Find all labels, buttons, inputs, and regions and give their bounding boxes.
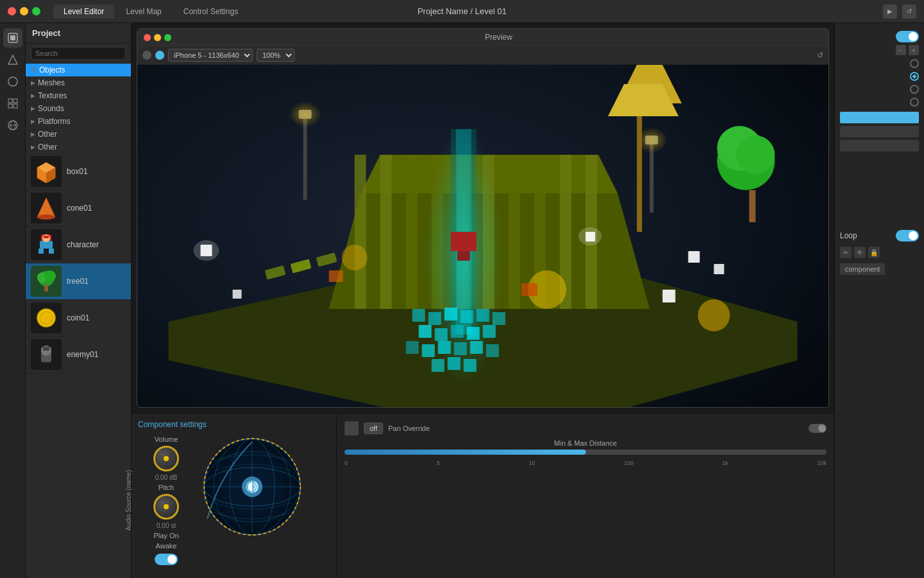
tree-item-platforms[interactable]: ▶ Platforms xyxy=(26,115,131,128)
tick-100: 100 xyxy=(624,460,633,466)
svg-rect-4 xyxy=(8,99,12,103)
asset-item-character[interactable]: character xyxy=(26,227,131,263)
sidebar-icon-grid[interactable] xyxy=(3,94,22,113)
svg-rect-69 xyxy=(470,341,483,354)
svg-rect-1 xyxy=(10,35,15,40)
main-toggle[interactable] xyxy=(896,31,919,42)
asset-name-cone01: cone01 xyxy=(67,204,92,213)
refresh-button[interactable]: ↺ xyxy=(902,4,916,19)
volume-knob[interactable] xyxy=(153,446,179,471)
svg-point-76 xyxy=(289,101,321,127)
pitch-label: Pitch xyxy=(158,484,174,491)
asset-item-tree01[interactable]: tree01 xyxy=(26,263,131,300)
component-button[interactable]: component xyxy=(840,263,885,275)
asset-name-character: character xyxy=(67,240,99,249)
zoom-select[interactable]: 100% xyxy=(257,49,295,62)
tab-level-map[interactable]: Level Map xyxy=(116,4,171,19)
pan-off-button[interactable]: off xyxy=(364,423,383,434)
svg-rect-47 xyxy=(509,155,520,309)
preview-close[interactable] xyxy=(144,34,151,41)
cyan-bar xyxy=(840,112,919,123)
pitch-knob[interactable] xyxy=(153,494,179,520)
tab-control-settings[interactable]: Control Settings xyxy=(173,4,248,19)
svg-rect-90 xyxy=(663,290,676,302)
awake-toggle[interactable] xyxy=(155,554,178,565)
tree-item-label: Other xyxy=(38,143,57,152)
tree-item-other-2[interactable]: ▶ Other xyxy=(26,141,131,153)
asset-thumb-character xyxy=(31,229,62,260)
asset-item-enemy01[interactable]: enemy01 xyxy=(26,337,131,373)
asset-name-tree01: tree01 xyxy=(67,277,89,286)
asset-item-coin01[interactable]: coin01 xyxy=(26,300,131,337)
loop-toggle[interactable] xyxy=(896,230,919,241)
sidebar-icon-globe[interactable] xyxy=(3,116,22,135)
asset-item-cone01[interactable]: cone01 xyxy=(26,190,131,227)
pan-toggle-knob xyxy=(818,425,826,432)
tree-item-objects[interactable]: ▼ Objects xyxy=(26,64,131,76)
search-input[interactable] xyxy=(31,47,126,60)
device-select[interactable]: iPhone 5 - 1136x640 xyxy=(168,49,253,62)
distance-slider[interactable] xyxy=(345,450,826,455)
pan-square-btn[interactable] xyxy=(345,421,359,435)
pan-override-toggle[interactable] xyxy=(809,424,826,433)
eye-icon-btn[interactable]: 👁 xyxy=(854,247,866,258)
expand-arrow: ▶ xyxy=(31,105,35,112)
plus-button[interactable]: + xyxy=(909,45,919,55)
expand-arrow: ▶ xyxy=(31,131,35,137)
search-bar xyxy=(26,44,131,64)
toggle-knob xyxy=(167,555,176,564)
knobs-row: Audio Source (name) Volume 0.00 dB Pitch… xyxy=(138,435,330,565)
svg-point-24 xyxy=(44,270,56,282)
sidebar-icon-objects[interactable] xyxy=(3,28,22,48)
right-controls-area: − + xyxy=(840,45,919,225)
maximize-button[interactable] xyxy=(32,7,40,15)
svg-rect-80 xyxy=(637,103,642,232)
awake-label: Awake xyxy=(156,542,177,550)
svg-rect-88 xyxy=(714,264,724,274)
preview-toolbar: iPhone 5 - 1136x640 100% ↺ xyxy=(137,46,828,65)
preview-pause-btn[interactable] xyxy=(155,51,164,60)
knob-indicator xyxy=(164,504,169,509)
preview-canvas[interactable] xyxy=(137,65,828,408)
tab-level-editor[interactable]: Level Editor xyxy=(53,4,114,19)
preview-refresh-icon[interactable]: ↺ xyxy=(817,51,823,60)
minus-button[interactable]: − xyxy=(896,45,906,55)
preview-minimize[interactable] xyxy=(154,34,161,41)
expand-arrow: ▶ xyxy=(31,118,35,125)
svg-rect-72 xyxy=(448,357,461,370)
svg-rect-18 xyxy=(38,249,44,254)
tree-item-label: Meshes xyxy=(38,78,65,87)
pencil-icon-btn[interactable]: ✏ xyxy=(840,247,851,258)
svg-rect-41 xyxy=(355,155,366,309)
lock-icon-btn[interactable]: 🔒 xyxy=(868,247,880,258)
radio-3[interactable] xyxy=(910,85,919,94)
tick-10k: 10k xyxy=(817,460,826,466)
asset-thumb-coin01 xyxy=(31,302,62,333)
tree-item-meshes[interactable]: ▶ Meshes xyxy=(26,76,131,89)
play-button[interactable]: ▶ xyxy=(883,4,897,19)
center-area: Preview iPhone 5 - 1136x640 100% ↺ xyxy=(132,23,834,578)
tree-item-sounds[interactable]: ▶ Sounds xyxy=(26,102,131,115)
radio-row-1 xyxy=(840,59,919,68)
sidebar-icon-shapes[interactable] xyxy=(3,50,22,69)
asset-item-box01[interactable]: box01 xyxy=(26,153,131,190)
radio-4[interactable] xyxy=(910,98,919,107)
svg-marker-2 xyxy=(8,55,17,64)
svg-rect-71 xyxy=(432,359,445,372)
preview-stop-btn[interactable] xyxy=(142,51,151,60)
tree-item-label: Objects xyxy=(39,66,65,74)
svg-rect-97 xyxy=(458,251,470,261)
loop-label: Loop xyxy=(840,231,857,240)
sidebar-icon-sphere[interactable] xyxy=(3,72,22,91)
preview-window: Preview iPhone 5 - 1136x640 100% ↺ xyxy=(137,28,829,408)
asset-name-enemy01: enemy01 xyxy=(67,350,98,359)
radio-2[interactable] xyxy=(910,72,919,81)
close-button[interactable] xyxy=(8,7,16,15)
preview-maximize[interactable] xyxy=(164,34,171,41)
radio-1[interactable] xyxy=(910,59,919,68)
minimize-button[interactable] xyxy=(20,7,28,15)
svg-rect-68 xyxy=(454,342,467,355)
tree-item-textures[interactable]: ▶ Textures xyxy=(26,89,131,102)
tree-item-other-1[interactable]: ▶ Other xyxy=(26,128,131,141)
svg-point-27 xyxy=(40,311,53,324)
